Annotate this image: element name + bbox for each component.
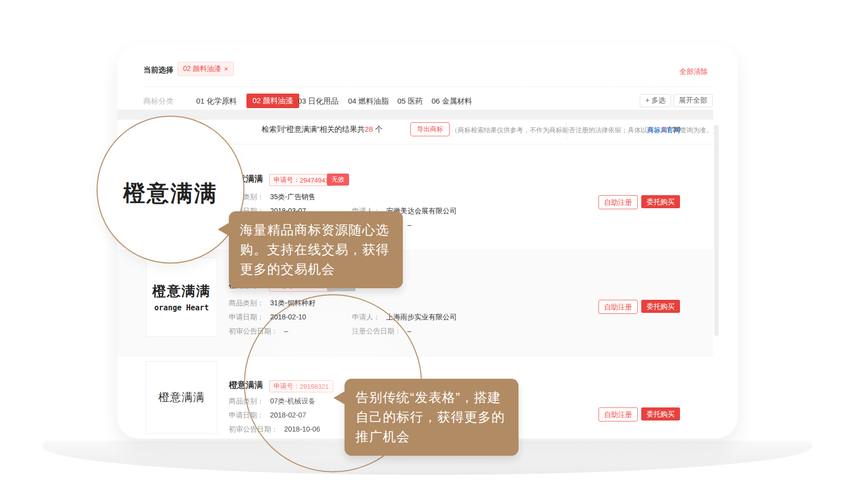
application-no-value: 29474941 — [300, 177, 329, 184]
current-filter-tag[interactable]: 02 颜料油漆 × — [178, 62, 234, 76]
remove-filter-icon[interactable]: × — [224, 65, 228, 73]
entrust-buy-button-1[interactable]: 委托购买 — [641, 195, 680, 208]
field-value: 35类-广告销售 — [270, 193, 315, 201]
divider — [143, 87, 711, 87]
trademark-image-3: 橙意满满 — [146, 361, 217, 434]
pagination: ‹1 / 30› — [649, 125, 694, 133]
page: 当前选择 02 颜料油漆 × 全部清除 商标分类 01 化学原料 02 颜料油漆… — [0, 0, 853, 504]
divider — [566, 122, 567, 141]
status-badge-1: 无效 — [327, 174, 349, 186]
clear-all-link[interactable]: 全部清除 — [679, 67, 708, 76]
category-item-01[interactable]: 01 化学原料 — [196, 97, 237, 106]
section-gap — [117, 110, 713, 120]
results-count: 28 — [365, 125, 373, 133]
expand-all-button[interactable]: 展开全部 — [673, 94, 713, 107]
category-item-04[interactable]: 04 燃料油脂 — [348, 97, 389, 106]
scrollbar-thumb[interactable] — [714, 125, 719, 336]
category-item-05[interactable]: 05 医药 — [397, 97, 423, 106]
tooltip-line: 更多的交易机会 — [240, 260, 392, 279]
next-page-icon[interactable]: › — [681, 125, 694, 133]
self-register-button-2[interactable]: 自助注册 — [599, 300, 638, 314]
tooltip-line: 告别传统“发表格”，搭建 — [356, 388, 507, 407]
self-register-button-3[interactable]: 自助注册 — [599, 407, 638, 422]
tooltip-promotion: 告别传统“发表格”，搭建 自己的标行，获得更多的 推广机会 — [345, 379, 519, 456]
tooltip-line: 推广机会 — [356, 427, 507, 447]
application-no-badge-1: 申请号：29474941 — [269, 174, 333, 186]
category-item-03[interactable]: 03 日化用品 — [298, 97, 338, 106]
category-item-06[interactable]: 06 金属材料 — [432, 97, 472, 106]
tooltip-arrow-icon — [333, 391, 346, 405]
trademark-image-text: 橙意满满 — [152, 282, 211, 300]
field-label: 商品类别： — [229, 299, 264, 307]
field-label: 申请日期： — [229, 313, 264, 321]
trademark-image-subtext: orange Heart — [154, 303, 209, 312]
tooltip-marketplace: 海量精品商标资源随心选 购。支持在线交易，获得 更多的交易机会 — [229, 211, 403, 288]
entrust-buy-button-3[interactable]: 委托购买 — [641, 407, 680, 421]
application-no-label: 申请号： — [274, 176, 300, 185]
self-register-button-1[interactable]: 自助注册 — [599, 195, 638, 209]
export-trademarks-button[interactable]: 导出商标 — [410, 122, 450, 136]
results-summary: 检索到“橙意满满”相关的结果共28 个 — [262, 125, 383, 134]
field-value: – — [407, 221, 411, 229]
tooltip-line: 自己的标行，获得更多的 — [356, 407, 507, 427]
magnified-trademark-text: 橙意满满 — [123, 179, 218, 208]
current-page: 1 — [662, 125, 666, 133]
page-separator: / — [668, 125, 670, 133]
tooltip-arrow-icon — [218, 222, 230, 236]
results-summary-text: 检索到“橙意满满”相关的结果共 — [262, 125, 365, 133]
field-value: 上海雨步实业有限公司 — [386, 313, 457, 321]
prev-page-icon[interactable]: ‹ — [649, 125, 662, 133]
current-selection-label: 当前选择 — [143, 65, 174, 75]
total-pages: 30 — [672, 125, 681, 133]
tooltip-line: 海量精品商标资源随心选 — [240, 220, 392, 240]
tooltip-line: 购。支持在线交易，获得 — [240, 240, 392, 260]
current-filter-tag-text: 02 颜料油漆 — [183, 64, 221, 73]
magnifier-circle: 橙意满满 — [97, 116, 244, 264]
entrust-buy-button-2[interactable]: 委托购买 — [641, 300, 680, 313]
field-value: – — [407, 327, 411, 335]
trademark-image-2: 橙意满满 orange Heart — [146, 258, 217, 337]
disclaimer-prefix: （商标检索结果仅供参考，不作为商标能否注册的法律依据；具体以 — [451, 126, 647, 134]
multi-select-button[interactable]: + 多选 — [640, 94, 671, 107]
trademark-image-text: 橙意满满 — [158, 390, 205, 405]
results-summary-unit: 个 — [375, 125, 383, 133]
category-item-02-selected[interactable]: 02 颜料油漆 — [246, 94, 299, 108]
category-filter-label: 商标分类 — [143, 97, 174, 106]
